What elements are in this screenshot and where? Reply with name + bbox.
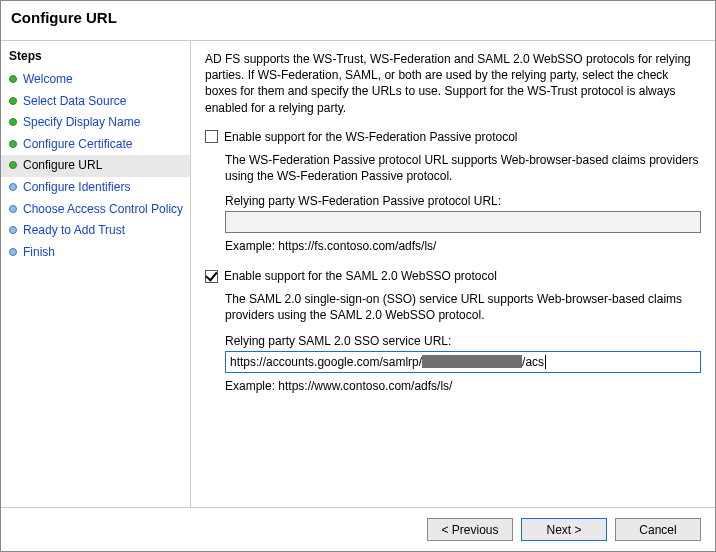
previous-button[interactable]: < Previous (427, 518, 513, 541)
saml-url-prefix: https://accounts.google.com/samlrp/ (230, 355, 422, 369)
step-bullet-icon (9, 226, 17, 234)
step-bullet-icon (9, 161, 17, 169)
wizard-footer: < Previous Next > Cancel (1, 507, 715, 551)
step-welcome[interactable]: Welcome (1, 69, 190, 91)
step-bullet-icon (9, 97, 17, 105)
saml-description: The SAML 2.0 single-sign-on (SSO) servic… (225, 291, 701, 323)
step-configure-url[interactable]: Configure URL (1, 155, 190, 177)
wsfed-url-example: Example: https://fs.contoso.com/adfs/ls/ (225, 239, 701, 253)
cancel-button[interactable]: Cancel (615, 518, 701, 541)
intro-text: AD FS supports the WS-Trust, WS-Federati… (205, 51, 701, 116)
step-label: Welcome (23, 72, 73, 88)
wsfed-checkbox[interactable] (205, 130, 218, 143)
step-bullet-icon (9, 183, 17, 191)
steps-sidebar: Steps WelcomeSelect Data SourceSpecify D… (1, 41, 191, 507)
step-label: Configure Certificate (23, 137, 132, 153)
step-choose-access-control-policy[interactable]: Choose Access Control Policy (1, 199, 190, 221)
wizard-body: Steps WelcomeSelect Data SourceSpecify D… (1, 41, 715, 507)
page-title: Configure URL (1, 1, 715, 41)
step-label: Specify Display Name (23, 115, 140, 131)
redacted-segment (422, 355, 522, 368)
steps-header: Steps (1, 47, 190, 69)
next-button[interactable]: Next > (521, 518, 607, 541)
step-bullet-icon (9, 140, 17, 148)
wsfed-url-label: Relying party WS-Federation Passive prot… (225, 194, 701, 208)
wsfed-description: The WS-Federation Passive protocol URL s… (225, 152, 701, 184)
saml-url-label: Relying party SAML 2.0 SSO service URL: (225, 334, 701, 348)
step-configure-certificate[interactable]: Configure Certificate (1, 134, 190, 156)
saml-checkbox-label: Enable support for the SAML 2.0 WebSSO p… (224, 269, 497, 283)
wsfed-url-input[interactable] (225, 211, 701, 233)
step-configure-identifiers[interactable]: Configure Identifiers (1, 177, 190, 199)
step-specify-display-name[interactable]: Specify Display Name (1, 112, 190, 134)
step-label: Finish (23, 245, 55, 261)
saml-checkbox[interactable] (205, 270, 218, 283)
wsfed-checkbox-label: Enable support for the WS-Federation Pas… (224, 130, 517, 144)
saml-url-suffix: /acs (522, 355, 544, 369)
text-caret (545, 355, 546, 369)
step-ready-to-add-trust[interactable]: Ready to Add Trust (1, 220, 190, 242)
saml-url-input[interactable]: https://accounts.google.com/samlrp//acs (225, 351, 701, 373)
content-pane: AD FS supports the WS-Trust, WS-Federati… (191, 41, 715, 507)
saml-url-example: Example: https://www.contoso.com/adfs/ls… (225, 379, 701, 393)
step-finish[interactable]: Finish (1, 242, 190, 264)
step-bullet-icon (9, 248, 17, 256)
step-label: Choose Access Control Policy (23, 202, 183, 218)
wsfed-checkbox-row[interactable]: Enable support for the WS-Federation Pas… (205, 130, 701, 144)
step-label: Configure URL (23, 158, 102, 174)
step-label: Select Data Source (23, 94, 126, 110)
step-label: Ready to Add Trust (23, 223, 125, 239)
step-label: Configure Identifiers (23, 180, 130, 196)
wizard-window: Configure URL Steps WelcomeSelect Data S… (0, 0, 716, 552)
saml-checkbox-row[interactable]: Enable support for the SAML 2.0 WebSSO p… (205, 269, 701, 283)
step-bullet-icon (9, 75, 17, 83)
step-select-data-source[interactable]: Select Data Source (1, 91, 190, 113)
step-bullet-icon (9, 205, 17, 213)
step-bullet-icon (9, 118, 17, 126)
